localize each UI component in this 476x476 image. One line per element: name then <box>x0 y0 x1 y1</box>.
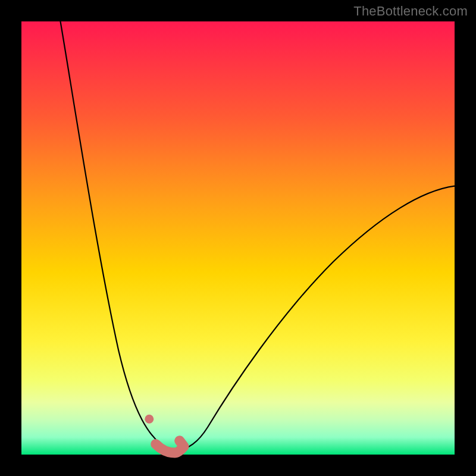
gradient-panel <box>21 21 455 455</box>
chart-stage: TheBottleneck.com <box>0 0 476 476</box>
bottleneck-plot <box>0 0 476 476</box>
svg-point-0 <box>145 415 154 424</box>
watermark-text: TheBottleneck.com <box>353 4 468 19</box>
